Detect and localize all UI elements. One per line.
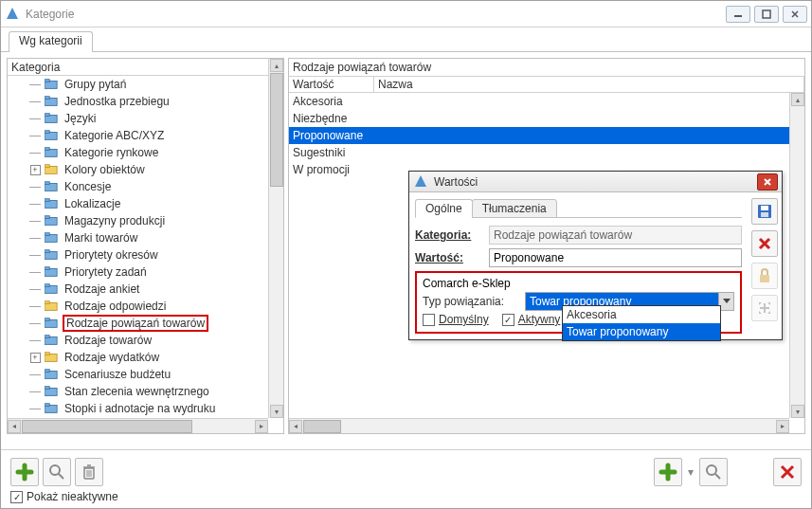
tree-item[interactable]: —Rodzaje odpowiedzi bbox=[8, 298, 283, 315]
tree-item-label: Rodzaje odpowiedzi bbox=[63, 300, 168, 313]
list-row[interactable]: Sugestniki bbox=[289, 144, 804, 161]
folder-icon bbox=[44, 78, 59, 91]
tree-item-label: Priorytety okresów bbox=[63, 248, 160, 262]
tree-item-label: Marki towarów bbox=[63, 231, 139, 245]
label-value: Wartość: bbox=[415, 251, 489, 264]
tree-item[interactable]: —Lokalizacje bbox=[8, 195, 283, 212]
svg-rect-5 bbox=[45, 97, 49, 100]
search-value-button[interactable] bbox=[699, 458, 728, 486]
tree-item[interactable]: —Rodzaje ankiet bbox=[8, 281, 283, 298]
save-button[interactable] bbox=[751, 198, 778, 225]
tree-item[interactable]: +Kolory obiektów bbox=[8, 161, 283, 178]
close-button[interactable] bbox=[783, 6, 807, 23]
tree-item[interactable]: —Stopki i adnotacje na wydruku bbox=[8, 400, 283, 417]
delete-category-button[interactable] bbox=[75, 458, 103, 486]
svg-rect-39 bbox=[45, 387, 49, 390]
folder-icon bbox=[44, 197, 59, 210]
tab-by-category[interactable]: Wg kategorii bbox=[9, 31, 93, 52]
tree-expander[interactable]: + bbox=[30, 165, 41, 175]
column-header-name[interactable]: Nazwa bbox=[374, 77, 804, 92]
close-window-button[interactable] bbox=[773, 458, 802, 486]
tree-column-header[interactable]: Kategoria bbox=[8, 59, 283, 76]
dialog-tab-translations[interactable]: Tłumaczenia bbox=[472, 199, 557, 218]
tree-item[interactable]: —Magazyny produkcji bbox=[8, 212, 283, 229]
app-window: Kategorie Wg kategorii Kategoria —Grupy … bbox=[0, 0, 812, 509]
tree-item[interactable]: —Stan zlecenia wewnętrznego bbox=[8, 383, 283, 400]
checkbox-default-label: Domyślny bbox=[439, 313, 489, 326]
dialog-close-button[interactable] bbox=[757, 173, 778, 191]
folder-icon bbox=[44, 402, 59, 415]
checkbox-show-inactive[interactable]: ✓ Pokaż nieaktywne bbox=[10, 490, 802, 503]
maximize-button[interactable] bbox=[754, 6, 779, 23]
svg-rect-3 bbox=[45, 80, 49, 82]
folder-icon bbox=[44, 180, 59, 193]
tree-item-label: Kolory obiektów bbox=[63, 163, 147, 176]
tree-item[interactable]: —Rodzaje powiązań towarów bbox=[8, 315, 283, 332]
svg-rect-19 bbox=[45, 216, 49, 219]
expand-button[interactable] bbox=[751, 295, 778, 321]
svg-rect-13 bbox=[45, 165, 49, 168]
svg-rect-37 bbox=[45, 370, 49, 373]
list-scrollbar-horizontal[interactable]: ◂ ▸ bbox=[289, 418, 789, 433]
delete-button[interactable] bbox=[751, 230, 778, 257]
add-category-button[interactable] bbox=[10, 458, 39, 486]
svg-rect-35 bbox=[45, 353, 49, 355]
tree-item[interactable]: —Koncesje bbox=[8, 178, 283, 195]
tree-item-label: Koncesje bbox=[63, 180, 113, 193]
list-column-headers: Wartość Nazwa bbox=[289, 76, 804, 93]
tree-scrollbar-horizontal[interactable]: ◂ ▸ bbox=[8, 418, 268, 433]
tree-item[interactable]: —Priorytety okresów bbox=[8, 246, 283, 264]
tree-item[interactable]: —Kategorie rynkowe bbox=[8, 144, 283, 161]
checkbox-default-box bbox=[423, 314, 435, 326]
svg-rect-41 bbox=[45, 404, 49, 407]
svg-point-50 bbox=[707, 465, 716, 475]
tree-item[interactable]: —Marki towarów bbox=[8, 229, 283, 246]
search-category-button[interactable] bbox=[43, 458, 71, 486]
dialog-titlebar[interactable]: Wartości bbox=[409, 172, 782, 192]
lock-button[interactable] bbox=[751, 263, 778, 289]
category-tree-panel: Kategoria —Grupy pytań—Jednostka przebie… bbox=[7, 58, 284, 434]
tree-item[interactable]: —Rodzaje towarów bbox=[8, 332, 283, 349]
folder-icon bbox=[44, 214, 59, 227]
tree-item[interactable]: +Rodzaje wydatków bbox=[8, 349, 283, 366]
add-value-button[interactable] bbox=[654, 458, 682, 486]
footer-toolbar: ▾ ✓ Pokaż nieaktywne bbox=[1, 449, 811, 508]
svg-rect-15 bbox=[45, 182, 49, 185]
label-category: Kategoria: bbox=[415, 228, 489, 242]
svg-rect-21 bbox=[45, 233, 49, 236]
tree-item[interactable]: —Grupy pytań bbox=[8, 76, 283, 93]
list-scrollbar-vertical[interactable]: ▴ ▾ bbox=[789, 93, 804, 418]
dropdown-split-icon[interactable]: ▾ bbox=[686, 465, 695, 479]
list-row[interactable]: Proponowane bbox=[289, 127, 804, 144]
folder-icon bbox=[44, 368, 59, 381]
svg-rect-17 bbox=[45, 199, 49, 202]
input-value[interactable] bbox=[489, 248, 742, 267]
dropdown-option[interactable]: Akcesoria bbox=[563, 306, 720, 323]
column-header-value[interactable]: Wartość bbox=[289, 77, 374, 92]
tree-scrollbar-vertical[interactable]: ▴ ▾ bbox=[268, 59, 283, 418]
tree-expander[interactable]: + bbox=[30, 353, 41, 363]
app-icon bbox=[5, 7, 20, 22]
tree-item[interactable]: —Kategorie ABC/XYZ bbox=[8, 127, 283, 144]
checkbox-active[interactable]: ✓ Aktywny bbox=[502, 313, 561, 326]
svg-point-48 bbox=[50, 465, 60, 475]
list-row[interactable]: Akcesoria bbox=[289, 93, 804, 110]
minimize-button[interactable] bbox=[726, 6, 750, 23]
svg-rect-47 bbox=[760, 275, 769, 282]
tree-item-label: Rodzaje ankiet bbox=[63, 282, 141, 296]
svg-rect-9 bbox=[45, 131, 49, 134]
checkbox-default[interactable]: Domyślny bbox=[423, 313, 489, 326]
folder-icon bbox=[44, 95, 59, 108]
tree-item-label: Magazyny produkcji bbox=[63, 214, 167, 227]
dialog-icon bbox=[413, 174, 428, 190]
dropdown-option[interactable]: Towar proponowany bbox=[563, 323, 720, 340]
folder-icon bbox=[44, 231, 59, 245]
dialog-tab-general[interactable]: Ogólne bbox=[415, 199, 473, 218]
tree-item[interactable]: —Priorytety zadań bbox=[8, 264, 283, 281]
checkbox-active-box: ✓ bbox=[502, 314, 514, 326]
folder-icon bbox=[44, 248, 59, 262]
tree-item[interactable]: —Języki bbox=[8, 110, 283, 127]
tree-item[interactable]: —Scenariusze budżetu bbox=[8, 366, 283, 383]
list-row[interactable]: Niezbędne bbox=[289, 110, 804, 127]
tree-item[interactable]: —Jednostka przebiegu bbox=[8, 93, 283, 110]
